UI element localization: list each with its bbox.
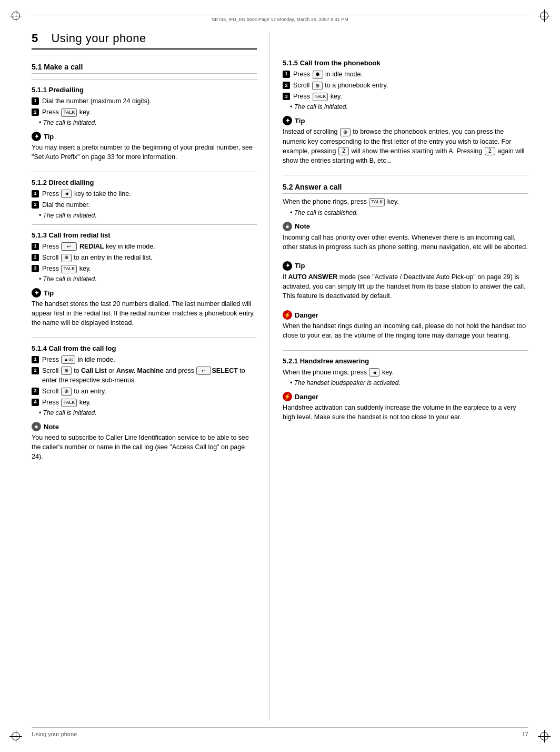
section-5-2-note: • The call is established. bbox=[290, 209, 528, 216]
chapter-number: 5 bbox=[32, 32, 38, 45]
reg-mark-tl bbox=[9, 9, 22, 22]
chapter-heading: 5 Using your phone bbox=[32, 32, 257, 50]
note-text-5-1-4: You need to subscribe to Caller Line Ide… bbox=[32, 433, 257, 461]
step-num-2: 2 bbox=[32, 201, 39, 209]
danger-header: ⚡ Danger bbox=[283, 392, 528, 401]
section-5-1-2-heading: 5.1.2 Direct dialling bbox=[32, 179, 257, 186]
reg-mark-br bbox=[538, 730, 551, 743]
header-text: SE745_IFU_EN.book Page 17 Monday, March … bbox=[208, 17, 352, 22]
note-header: ● Note bbox=[283, 222, 528, 231]
steps-5-1-2: 1 Press ◄ key to take the line. 2 Dial t… bbox=[32, 189, 257, 210]
step-note-5-1-4: • The call is initiated. bbox=[39, 409, 257, 417]
scroll-key: ⊕ bbox=[61, 388, 72, 396]
step-num-2: 2 bbox=[32, 108, 39, 116]
step-num-1: 1 bbox=[32, 190, 39, 197]
left-column: 5 Using your phone 5.1 Make a call 5.1.1… bbox=[32, 32, 270, 720]
step-content: Scroll ⊕ to Call List or Answ. Machine a… bbox=[42, 366, 257, 385]
section-5-1-heading: 5.1 Make a call bbox=[32, 63, 257, 74]
divider-top bbox=[32, 55, 257, 55]
step-item: 1 Press ↩ REDIAL key in idle mode. bbox=[32, 242, 257, 251]
tip-icon: ✦ bbox=[32, 288, 41, 298]
step-item: 1 Press ▲cld in idle mode. bbox=[32, 355, 257, 364]
section-5-1-3-heading: 5.1.3 Call from redial list bbox=[32, 231, 257, 239]
section-5-2-intro: When the phone rings, press TALK key. bbox=[283, 197, 528, 207]
phonebook-key: ✸ bbox=[313, 71, 323, 79]
note-icon: ● bbox=[283, 222, 292, 231]
danger-icon: ⚡ bbox=[283, 310, 292, 320]
tip-5-1-1: ✦ Tip You may insert a prefix number to … bbox=[32, 130, 257, 166]
content-area: 5 Using your phone 5.1 Make a call 5.1.1… bbox=[32, 32, 528, 720]
tip-5-2: ✦ Tip If AUTO ANSWER mode (see "Activate… bbox=[283, 259, 528, 305]
divider-5-2-1 bbox=[283, 350, 528, 351]
step-item: 1 Press ◄ key to take the line. bbox=[32, 189, 257, 199]
steps-5-1-3: 1 Press ↩ REDIAL key in idle mode. 2 Scr… bbox=[32, 242, 257, 273]
step-item: 2 Scroll ⊕ to an entry in the redial lis… bbox=[32, 253, 257, 262]
reg-mark-bl bbox=[9, 730, 22, 743]
step-content: Dial the number (maximum 24 digits). bbox=[42, 96, 257, 106]
danger-5-2: ⚡ Danger When the handset rings during a… bbox=[283, 308, 528, 344]
step-item: 2 Dial the number. bbox=[32, 200, 257, 210]
step-item: 2 Press TALK key. bbox=[32, 107, 257, 117]
step-item: 1 Press ✸ in idle mode. bbox=[283, 70, 528, 79]
step-content: Press TALK key. bbox=[293, 92, 528, 101]
step-num-2: 2 bbox=[32, 367, 39, 374]
select-key: ↩ bbox=[196, 367, 211, 375]
tip-5-1-3: ✦ Tip The handset stores the last 20 num… bbox=[32, 286, 257, 332]
steps-5-1-4: 1 Press ▲cld in idle mode. 2 Scroll ⊕ to… bbox=[32, 355, 257, 408]
note-header: ● Note bbox=[32, 422, 257, 431]
step-num-1: 1 bbox=[32, 97, 39, 105]
step-item: 3 Scroll ⊕ to an entry. bbox=[32, 387, 257, 396]
danger-icon: ⚡ bbox=[283, 392, 292, 401]
step-content: Scroll ⊕ to an entry. bbox=[42, 387, 257, 396]
section-5-2-1-intro: When the phone rings, press ◄ key. bbox=[283, 368, 528, 378]
section-5-2-heading: 5.2 Answer a call bbox=[283, 183, 528, 194]
step-num-2: 2 bbox=[283, 82, 290, 89]
danger-text-5-2: When the handset rings during an incomin… bbox=[283, 321, 528, 340]
step-num-1: 1 bbox=[283, 71, 290, 78]
note-icon: ● bbox=[32, 422, 41, 431]
tip-5-1-5: ✦ Tip Instead of scrolling ⊕ to browse t… bbox=[283, 114, 528, 170]
page-footer: Using your phone 17 bbox=[32, 727, 528, 737]
step-item: 4 Press TALK key. bbox=[32, 398, 257, 407]
step-content: Press ↩ REDIAL key in idle mode. bbox=[42, 242, 257, 251]
header-bar: SE745_IFU_EN.book Page 17 Monday, March … bbox=[32, 15, 528, 23]
step-item: 3 Press TALK key. bbox=[283, 92, 528, 101]
divider-5-1-2 bbox=[32, 172, 257, 172]
section-5-1-1-heading: 5.1.1 Predialling bbox=[32, 86, 257, 94]
talk-key: TALK bbox=[61, 108, 77, 117]
tip-text-5-2: If AUTO ANSWER mode (see "Activate / Dea… bbox=[283, 272, 528, 301]
step-content: Dial the number. bbox=[42, 200, 257, 210]
tip-text-5-1-5: Instead of scrolling ⊕ to browse the pho… bbox=[283, 127, 528, 165]
section-5-2-1-heading: 5.2.1 Handsfree answering bbox=[283, 357, 528, 365]
step-content: Press TALK key. bbox=[42, 398, 257, 407]
step-num-3: 3 bbox=[32, 265, 39, 272]
step-note-5-1-1: • The call is initiated. bbox=[39, 119, 257, 126]
tip-text-5-1-1: You may insert a prefix number to the be… bbox=[32, 143, 257, 162]
step-num-1: 1 bbox=[32, 356, 39, 363]
divider-5-1-4 bbox=[32, 338, 257, 338]
step-content: Press ◄ key to take the line. bbox=[42, 189, 257, 199]
step-note-5-1-3: • The call is initiated. bbox=[39, 275, 257, 283]
note-5-1-4: ● Note You need to subscribe to Caller L… bbox=[32, 420, 257, 466]
tip-icon: ✦ bbox=[283, 116, 292, 125]
line-key: ◄ bbox=[61, 190, 72, 198]
tip-header: ✦ Tip bbox=[32, 288, 257, 298]
tip-text-5-1-3: The handset stores the last 20 numbers d… bbox=[32, 299, 257, 328]
section-5-1-5-heading: 5.1.5 Call from the phonebook bbox=[283, 59, 528, 67]
step-item: 2 Scroll ⊕ to a phonebook entry. bbox=[283, 81, 528, 90]
step-num-3: 3 bbox=[32, 388, 39, 395]
step-content: Press ▲cld in idle mode. bbox=[42, 355, 257, 364]
danger-5-2-1: ⚡ Danger Handsfree activation can sudden… bbox=[283, 390, 528, 426]
talk-key: TALK bbox=[313, 93, 328, 101]
key-2: 2 bbox=[338, 147, 349, 155]
divider-5-2 bbox=[283, 175, 528, 175]
tip-header: ✦ Tip bbox=[283, 261, 528, 271]
key-2b: 2 bbox=[485, 147, 495, 155]
step-content: Press TALK key. bbox=[42, 107, 257, 117]
step-item: 1 Dial the number (maximum 24 digits). bbox=[32, 96, 257, 106]
section-5-2-1-note: • The handset loudspeaker is activated. bbox=[290, 379, 528, 387]
step-content: Scroll ⊕ to an entry in the redial list. bbox=[42, 253, 257, 262]
scroll-key: ⊕ bbox=[61, 254, 72, 262]
talk-key: TALK bbox=[61, 399, 77, 407]
tip-icon: ✦ bbox=[32, 132, 41, 141]
